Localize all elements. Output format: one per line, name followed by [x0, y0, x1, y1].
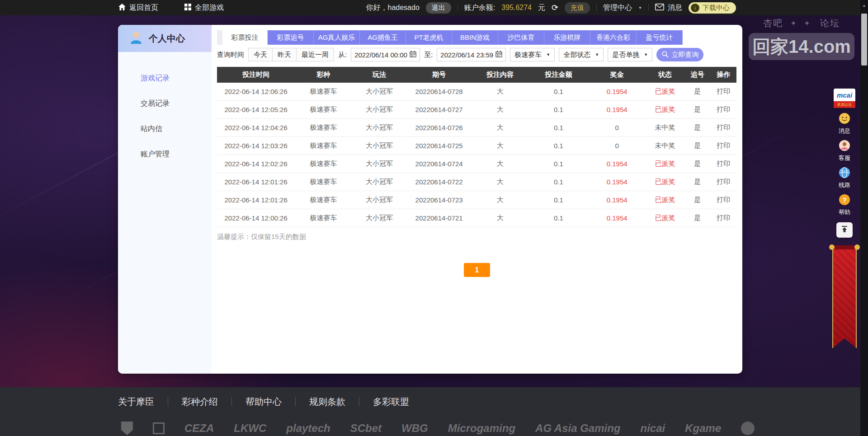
query-now-button[interactable]: 立即查询	[656, 48, 703, 61]
quick-range-button[interactable]: 今天	[248, 48, 273, 61]
chase-cell: 是	[684, 87, 710, 96]
divider	[596, 5, 597, 11]
filter-dropdown-value: 全部状态	[563, 51, 590, 59]
divider	[458, 5, 458, 11]
help-icon: ?	[839, 194, 850, 207]
print-action-link[interactable]: 打印	[710, 105, 736, 114]
footer-link[interactable]: 多彩联盟	[359, 397, 423, 406]
print-action-link[interactable]: 打印	[710, 159, 736, 168]
tab[interactable]: 彩票追号	[268, 30, 314, 45]
messages-link[interactable]: 消息	[655, 3, 682, 13]
download-center-button[interactable]: ↓ 下载中心	[689, 2, 736, 14]
to-date-input[interactable]: 2022/06/14 23:59	[437, 48, 506, 61]
balance-value: 395.6274	[501, 4, 532, 12]
footer-link[interactable]: 帮助中心	[232, 397, 296, 406]
float-item-customer-service[interactable]: 客服	[839, 140, 850, 162]
print-action-link[interactable]: 打印	[710, 141, 736, 150]
print-action-link[interactable]: 打印	[710, 87, 736, 96]
float-item-help[interactable]: ? 帮助	[839, 194, 850, 216]
table-row: 2022-06-14 12:00:26 极速赛车 大小冠军 20220614-0…	[217, 209, 736, 227]
print-action-link[interactable]: 打印	[710, 214, 736, 222]
table-header-cell: 彩种	[295, 70, 352, 79]
balance-unit: 元	[538, 3, 545, 13]
mcai-certification-widget[interactable]: mcai 奖源认证	[834, 89, 855, 108]
tab[interactable]: 彩票投注	[222, 30, 268, 45]
float-item-messages[interactable]: 消息	[839, 113, 850, 135]
tab[interactable]: 香港六合彩	[590, 30, 637, 45]
scrollbar-up-arrow-icon[interactable]: ▲	[860, 3, 868, 8]
sidebar-menu-item-label: 交易记录	[141, 99, 170, 107]
calendar-icon[interactable]	[410, 51, 416, 59]
table-header-cell: 追号	[684, 70, 710, 79]
scrollbar-thumb[interactable]	[861, 14, 867, 66]
tab[interactable]: PT老虎机	[406, 30, 452, 45]
tab[interactable]: BBIN游戏	[452, 30, 498, 45]
lottery-type-cell: 极速赛车	[295, 159, 352, 168]
watermark-right-text: 论坛	[820, 17, 840, 29]
print-action-link[interactable]: 打印	[710, 123, 736, 132]
float-item-label: 帮助	[839, 208, 850, 216]
tab[interactable]: AG捕鱼王	[360, 30, 406, 45]
chevron-down-icon: ▼	[546, 52, 550, 57]
site-watermark: 杏吧 ✦ ✦ 论坛 回家14.com	[749, 17, 854, 60]
tab[interactable]: AG真人娱乐	[314, 30, 360, 45]
page-scrollbar[interactable]: ▲	[860, 0, 868, 436]
tab-label: AG真人娱乐	[318, 33, 355, 42]
sidebar-menu-item[interactable]: 站内信	[118, 116, 212, 141]
retention-note: 温馨提示：仅保留15天的数据	[217, 233, 737, 241]
tab[interactable]: 盈亏统计	[637, 30, 683, 45]
admin-center-menu[interactable]: 管理中心 ▼	[603, 3, 642, 13]
logout-button[interactable]: 退出	[426, 2, 451, 14]
divider	[648, 5, 649, 11]
calendar-icon[interactable]	[495, 51, 502, 59]
issue-number-cell: 20220614-0725	[406, 142, 472, 150]
print-action-link[interactable]: 打印	[710, 196, 736, 204]
lottery-type-cell: 极速赛车	[295, 87, 352, 96]
tab[interactable]: 乐游棋牌	[544, 30, 590, 45]
quick-range-button[interactable]: 最近一周	[297, 48, 334, 61]
partner-logo: Kgame	[685, 422, 721, 435]
recharge-button[interactable]: 充值	[565, 2, 590, 14]
bet-amount-cell: 0.1	[528, 214, 588, 222]
admin-center-label: 管理中心	[603, 3, 632, 13]
sidebar-menu-item-label: 账户管理	[141, 150, 170, 158]
back-to-top-button[interactable]	[836, 222, 853, 238]
page-footer: 关于摩臣 彩种介绍 帮助中心 规则条款 多彩联盟 CEZA LKWC playt…	[0, 387, 868, 436]
footer-link[interactable]: 规则条款	[296, 397, 359, 406]
sidebar-menu-item[interactable]: 游戏记录	[118, 66, 212, 91]
sidebar-menu: 游戏记录 交易记录 站内信 账户管理	[118, 52, 212, 167]
print-action-link[interactable]: 打印	[710, 178, 736, 186]
bet-time-cell: 2022-06-14 12:04:26	[217, 124, 295, 131]
bet-content-cell: 大	[472, 87, 528, 96]
sidebar-menu-item[interactable]: 账户管理	[118, 141, 212, 167]
footer-links: 关于摩臣 彩种介绍 帮助中心 规则条款 多彩联盟	[118, 397, 423, 406]
footer-link[interactable]: 关于摩臣	[118, 397, 168, 406]
from-date-input[interactable]: 2022/06/14 00:00	[351, 48, 420, 61]
filter-dropdown-value: 极速赛车	[514, 51, 542, 59]
filter-dropdown[interactable]: 是否单挑 ▼	[608, 48, 652, 61]
sidebar-menu-item[interactable]: 交易记录	[118, 91, 212, 116]
float-item-label: 线路	[839, 181, 850, 189]
chase-cell: 是	[684, 159, 710, 168]
float-item-lines[interactable]: 线路	[839, 167, 850, 189]
filter-dropdown[interactable]: 全部状态 ▼	[559, 48, 604, 61]
download-center-label: 下载中心	[703, 4, 730, 12]
bet-time-cell: 2022-06-14 12:06:26	[217, 88, 295, 95]
footer-link[interactable]: 彩种介绍	[168, 397, 232, 406]
tab[interactable]: 沙巴体育	[498, 30, 544, 45]
bet-content-cell: 大	[472, 196, 528, 204]
tab-label: 香港六合彩	[596, 33, 630, 42]
back-home-link[interactable]: 返回首页	[118, 3, 158, 13]
partner-logo: AG Asia Gaming	[535, 422, 620, 435]
all-games-link[interactable]: 全部游戏	[184, 3, 224, 13]
play-type-cell: 大小冠军	[352, 159, 407, 168]
chase-cell: 是	[684, 196, 710, 204]
refresh-balance-icon[interactable]: ⟳	[552, 4, 558, 12]
status-cell: 已派奖	[646, 178, 684, 186]
filter-dropdown[interactable]: 极速赛车 ▼	[510, 48, 555, 61]
play-type-cell: 大小冠军	[352, 123, 407, 132]
quick-range-button[interactable]: 昨天	[273, 48, 297, 61]
filter-dropdown-value: 是否单挑	[612, 51, 639, 59]
page-1-button[interactable]: 1	[464, 263, 490, 277]
float-item-label: 消息	[839, 127, 850, 135]
